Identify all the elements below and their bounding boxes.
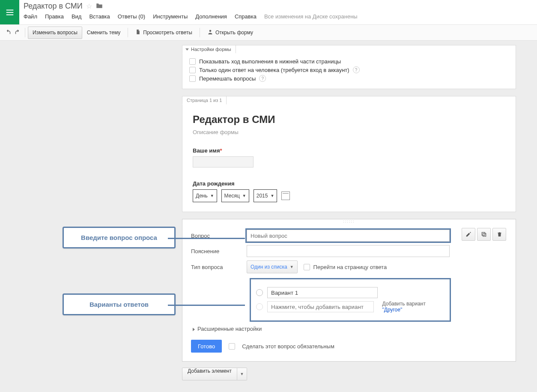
question-input[interactable] [247,230,450,242]
setting-progress-label: Показывать ход выполнения в нижней части… [199,58,341,65]
checkbox-required[interactable] [229,343,235,350]
menu-help[interactable]: Справка [235,13,257,20]
header: Редактор в СМИ ☆ Файл Правка Вид Вставка… [0,0,537,25]
form-settings-panel: Настройки формы Показывать ход выполнени… [182,45,516,89]
undo-button[interactable] [3,28,13,37]
menu-view[interactable]: Вид [72,13,82,20]
menu-insert[interactable]: Вставка [89,13,110,20]
checkbox-goto-page[interactable] [304,264,310,270]
help-text-input[interactable] [247,245,450,257]
form-description[interactable]: Описание формы [193,129,505,135]
menu-addons[interactable]: Дополнения [195,13,227,20]
page-panel: Страница 1 из 1 Редактор в СМИ Описание … [182,96,516,212]
month-select[interactable]: Месяц▼ [221,189,249,202]
page-indicator: Страница 1 из 1 [182,96,227,105]
done-button[interactable]: Готово [191,340,222,353]
folder-icon[interactable] [95,3,103,10]
menu-responses[interactable]: Ответы (0) [118,13,145,20]
radio-icon [256,289,263,296]
advanced-settings-toggle[interactable]: Расширенные настройки [193,326,450,332]
required-label: Сделать этот вопрос обязательным [242,343,334,350]
file-icon [135,29,141,36]
callout-line [168,305,245,306]
setting-shuffle-label: Перемешать вопросы [199,75,256,82]
tab-edit-questions[interactable]: Изменить вопросы [28,27,82,39]
star-icon[interactable]: ☆ [86,2,92,10]
form-settings-toggle[interactable]: Настройки формы [182,45,236,54]
question-type-select[interactable]: Один из списка▼ [247,260,298,273]
option-1-input[interactable] [267,287,378,298]
add-element-button[interactable]: Добавить элемент [182,368,237,380]
edit-icon[interactable] [462,228,475,241]
checkbox-one-response[interactable] [189,67,196,73]
dob-field-label: Дата рождения [193,180,505,187]
svg-rect-1 [483,233,486,236]
setting-one-response-label: Только один ответ на человека (требуется… [199,67,349,73]
add-other-text: Добавить вариант "Другое" [382,301,445,313]
add-other-link[interactable]: "Другое" [382,307,403,313]
help-icon[interactable]: ? [259,75,266,82]
callout-options: Варианты ответов [63,293,176,315]
save-status: Все изменения на Диске сохранены [264,13,358,20]
menu-edit[interactable]: Правка [45,13,64,20]
year-select[interactable]: 2015▼ [254,189,277,202]
add-option-input[interactable] [267,301,374,312]
svg-point-0 [209,30,212,32]
svg-rect-2 [482,232,485,235]
checkbox-shuffle[interactable] [189,75,196,82]
duplicate-icon[interactable] [477,228,491,241]
name-input[interactable] [193,156,254,168]
person-icon [207,29,213,36]
document-title[interactable]: Редактор в СМИ [24,2,83,11]
app-icon[interactable] [0,0,19,24]
name-field-label: Ваше имя* [193,147,505,154]
main-menu: Файл Правка Вид Вставка Ответы (0) Инстр… [24,13,537,20]
options-box: Добавить вариант "Другое" [251,279,450,320]
day-select[interactable]: День▼ [193,189,217,202]
drag-handle[interactable]: :::::: [182,219,516,224]
callout-line [168,238,245,239]
checkbox-progress[interactable] [189,58,196,65]
redo-button[interactable] [13,28,22,37]
view-responses-button[interactable]: Просмотреть ответы [131,27,197,39]
callout-question: Введите вопрос опроса [63,227,176,248]
goto-page-label: Перейти на страницу ответа [313,264,387,270]
form-title[interactable]: Редактор в СМИ [193,114,505,126]
tab-change-theme[interactable]: Сменить тему [82,27,125,39]
help-text-label: Пояснение [191,248,247,254]
toolbar: Изменить вопросы Сменить тему Просмотрет… [0,25,537,41]
help-icon[interactable]: ? [353,66,360,73]
open-form-button[interactable]: Открыть форму [203,27,258,39]
add-element-menu[interactable]: ▼ [237,368,247,380]
calendar-icon[interactable] [281,192,290,200]
menu-file[interactable]: Файл [24,13,37,20]
radio-icon [256,303,263,310]
question-editor: :::::: Вопрос Пояснение Тип вопроса Один… [182,219,516,362]
question-type-label: Тип вопроса [191,264,247,270]
menu-tools[interactable]: Инструменты [153,13,188,20]
delete-icon[interactable] [492,228,506,241]
